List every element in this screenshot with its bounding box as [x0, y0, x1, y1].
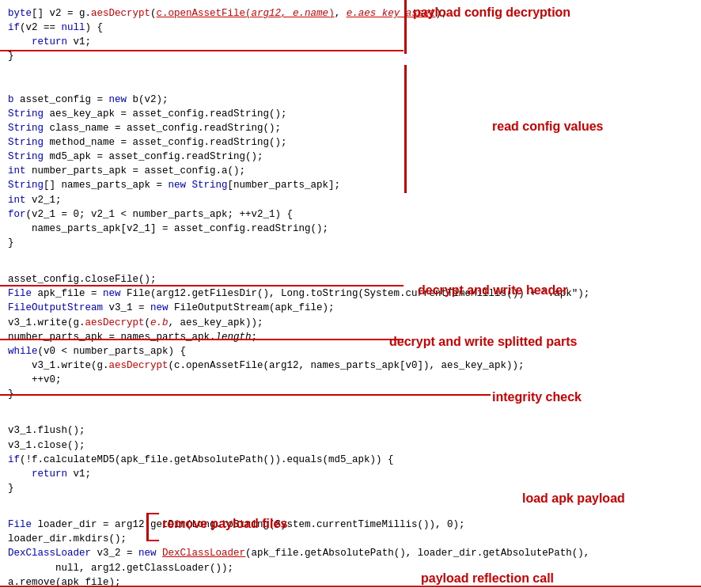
config-decryption-bar	[404, 0, 407, 54]
line-decrypt-header	[0, 285, 404, 286]
line-integrity	[0, 394, 491, 396]
annotation-load-apk: load apk payload	[522, 489, 625, 507]
line-reflection	[0, 586, 701, 587]
code-block-4: number_parts_apk = names_parts_apk.lengt…	[8, 330, 693, 402]
annotation-decrypt-parts: decrypt and write splitted parts	[389, 332, 577, 351]
code-block-3: asset_config.closeFile(); File apk_file …	[8, 258, 693, 330]
code-block-5: v3_1.flush(); v3_1.close(); if(!f.calcul…	[8, 409, 693, 467]
code-container: byte[] v2 = g.aesDecrypt(c.openAssetFile…	[0, 0, 701, 588]
remove-payload-bracket	[146, 513, 159, 541]
annotation-reflection-call: payload reflection call	[421, 569, 554, 587]
code-block-7: File loader_dir = arg12.getDir(Long.toSt…	[8, 503, 693, 575]
read-config-bar	[404, 65, 407, 193]
code-block: byte[] v2 = g.aesDecrypt(c.openAssetFile…	[8, 6, 693, 64]
line-decrypt-parts	[0, 339, 404, 340]
line-config-decryption	[0, 50, 404, 51]
annotation-integrity: integrity check	[492, 388, 582, 406]
annotation-read-config: read config values	[492, 117, 604, 135]
annotation-decrypt-header: decrypt and write header	[418, 281, 567, 299]
annotation-payload-config-decryption: payload config decryption	[413, 3, 570, 21]
code-block-2: b asset_config = new b(v2); String aes_k…	[8, 78, 693, 251]
annotation-remove-payload: remove payload files	[162, 514, 287, 533]
